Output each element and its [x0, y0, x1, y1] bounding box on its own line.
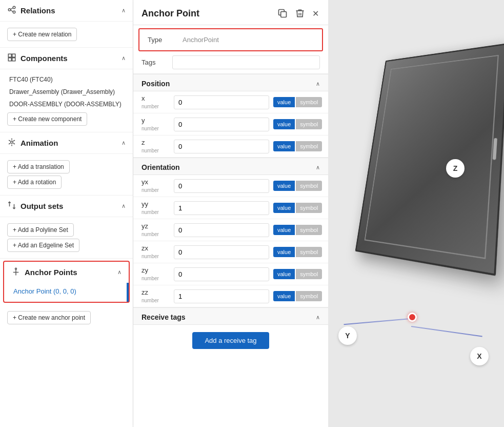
orientation-symbol-btn-yy[interactable]: symbol — [296, 203, 322, 213]
orientation-label-zx: zx number — [142, 244, 170, 260]
duplicate-button[interactable] — [276, 7, 289, 20]
orientation-symbol-btn-yz[interactable]: symbol — [296, 225, 322, 235]
output-sets-title: Output sets — [21, 202, 63, 210]
position-vs-group-y: value symbol — [273, 119, 322, 129]
close-button[interactable]: ✕ — [311, 8, 320, 20]
orientation-label-yz: yz number — [142, 222, 170, 238]
orientation-section-header: Orientation ∧ — [133, 158, 328, 175]
orientation-input-zz[interactable] — [174, 289, 269, 303]
position-input-x[interactable] — [174, 95, 269, 109]
panel: Anchor Point ✕ — [133, 0, 328, 427]
svg-point-0 — [8, 9, 11, 11]
orientation-label-yy: yy number — [142, 200, 170, 216]
components-header-left: Components — [7, 53, 68, 64]
orientation-input-zx[interactable] — [174, 245, 269, 259]
orientation-symbol-btn-zy[interactable]: symbol — [296, 269, 322, 279]
animation-chevron: ∧ — [122, 140, 126, 146]
position-symbol-btn-y[interactable]: symbol — [296, 119, 322, 129]
axis-x-label: X — [470, 347, 489, 365]
orientation-symbol-btn-yx[interactable]: symbol — [296, 181, 322, 191]
3d-view: Z Y X — [328, 0, 504, 427]
add-edgeline-button[interactable]: + Add an Edgeline Set — [7, 239, 79, 252]
orientation-value-btn-yx[interactable]: value — [273, 181, 295, 191]
receive-tags-title: Receive tags — [142, 313, 186, 321]
components-title: Components — [21, 54, 68, 63]
type-label: Type — [148, 36, 173, 44]
components-section-header[interactable]: Components ∧ — [0, 48, 133, 69]
position-symbol-btn-x[interactable]: symbol — [296, 97, 322, 107]
tags-field-row: Tags — [133, 51, 328, 74]
receive-tags-section-header: Receive tags ∧ — [133, 307, 328, 325]
door-inner-frame — [365, 55, 499, 259]
orientation-vs-group-yx: value symbol — [273, 181, 322, 191]
orientation-symbol-btn-zx[interactable]: symbol — [296, 247, 322, 257]
svg-line-3 — [11, 8, 13, 9]
axis-z-label: Z — [446, 159, 465, 178]
orientation-value-btn-zx[interactable]: value — [273, 247, 295, 257]
svg-line-4 — [11, 10, 13, 12]
create-anchor-point-button[interactable]: + Create new anchor point — [7, 311, 91, 324]
relations-section-header[interactable]: Relations ∧ — [0, 0, 133, 22]
position-value-btn-y[interactable]: value — [273, 119, 295, 129]
panel-actions: ✕ — [276, 7, 320, 20]
svg-line-13 — [9, 143, 10, 144]
tags-input[interactable] — [172, 55, 320, 69]
add-receive-tag-button[interactable]: Add a receive tag — [192, 332, 269, 349]
orientation-symbol-btn-zz[interactable]: symbol — [296, 291, 322, 301]
orientation-field-yz: yz number value symbol — [133, 219, 328, 241]
component-item-1[interactable]: Drawer_Assembly (Drawer_Assembly) — [7, 86, 126, 98]
orientation-vs-group-zy: value symbol — [273, 269, 322, 279]
door-model — [355, 43, 504, 276]
anchor-point-item[interactable]: Anchor Point (0, 0, 0) — [11, 285, 122, 298]
animation-icon — [7, 138, 16, 148]
position-label-x: x number — [142, 94, 170, 110]
position-symbol-btn-z[interactable]: symbol — [296, 141, 322, 151]
svg-rect-5 — [8, 54, 11, 57]
svg-point-18 — [15, 268, 17, 269]
position-input-y[interactable] — [174, 118, 269, 131]
animation-header-left: Animation — [7, 138, 58, 148]
panel-header: Anchor Point ✕ — [133, 0, 328, 25]
position-value-btn-z[interactable]: value — [273, 141, 295, 151]
orientation-label-zy: zy number — [142, 266, 170, 282]
create-relation-button[interactable]: + Create new relation — [7, 28, 77, 41]
add-rotation-button[interactable]: + Add a rotation — [7, 176, 62, 189]
orientation-input-yz[interactable] — [174, 223, 269, 237]
components-content: FTC40 (FTC40) Drawer_Assembly (Drawer_As… — [0, 69, 133, 132]
position-vs-group-z: value symbol — [273, 141, 322, 151]
create-component-button[interactable]: + Create new component — [7, 112, 87, 126]
position-section-header: Position ∧ — [133, 74, 328, 91]
add-polyline-button[interactable]: + Add a Polyline Set — [7, 223, 74, 237]
orientation-input-yx[interactable] — [174, 179, 269, 193]
orientation-field-yx: yx number value symbol — [133, 175, 328, 197]
output-sets-icon — [7, 201, 16, 211]
orientation-vs-group-yz: value symbol — [273, 225, 322, 235]
type-input[interactable] — [178, 33, 314, 46]
orientation-value-btn-zy[interactable]: value — [273, 269, 295, 279]
anchor-icon — [11, 267, 21, 278]
position-value-btn-x[interactable]: value — [273, 97, 295, 107]
orientation-value-btn-zz[interactable]: value — [273, 291, 295, 301]
animation-section-header[interactable]: Animation ∧ — [0, 132, 133, 154]
orientation-input-yy[interactable] — [174, 201, 269, 215]
anchor-points-chevron: ∧ — [117, 269, 122, 276]
orientation-field-yy: yy number value symbol — [133, 197, 328, 219]
svg-rect-6 — [12, 54, 15, 57]
orientation-value-btn-yz[interactable]: value — [273, 225, 295, 235]
component-item-2[interactable]: DOOR-ASSEMBLY (DOOR-ASSEMBLY) — [7, 98, 126, 110]
anchor-points-section-header[interactable]: Anchor Points ∧ — [4, 262, 129, 283]
output-sets-section-header[interactable]: Output sets ∧ — [0, 196, 133, 217]
position-chevron: ∧ — [316, 81, 320, 87]
orientation-value-btn-yy[interactable]: value — [273, 203, 295, 213]
anchor-points-content: Anchor Point (0, 0, 0) — [4, 283, 129, 302]
orientation-field-zz: zz number value symbol — [133, 285, 328, 307]
orientation-input-zy[interactable] — [174, 267, 269, 281]
svg-point-15 — [11, 141, 13, 144]
relations-content: + Create new relation — [0, 22, 133, 48]
component-item-0[interactable]: FTC40 (FTC40) — [7, 73, 126, 86]
position-input-z[interactable] — [174, 140, 269, 153]
delete-button[interactable] — [294, 7, 306, 20]
components-icon — [7, 53, 16, 64]
add-translation-button[interactable]: + Add a translation — [7, 160, 70, 173]
orientation-field-zx: zx number value symbol — [133, 241, 328, 263]
